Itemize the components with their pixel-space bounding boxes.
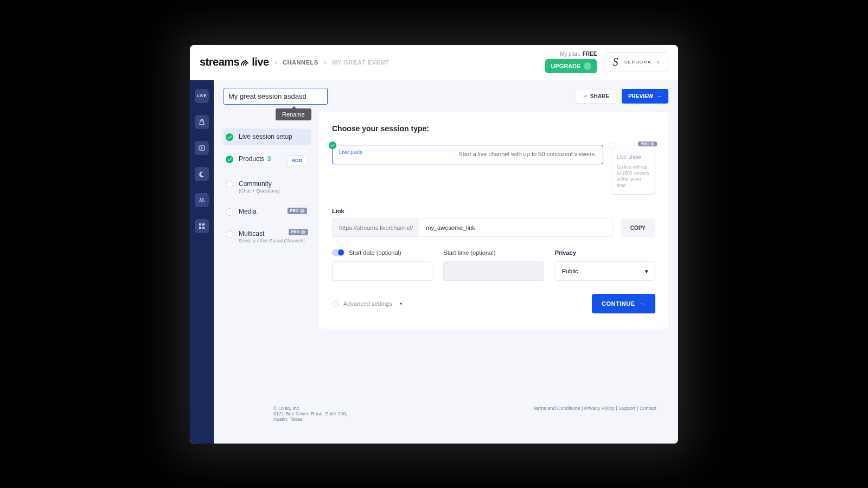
step-label: Products 3 — [239, 155, 271, 163]
logo[interactable]: streams live — [200, 56, 269, 68]
rail-live[interactable]: LIVE — [195, 89, 209, 103]
continue-button[interactable]: CONTINUE→ — [592, 294, 655, 313]
check-icon — [226, 156, 233, 163]
terms-link[interactable]: Terms and Conditions — [533, 406, 580, 411]
radio-empty-icon — [226, 181, 233, 188]
share-icon: ↗ — [583, 93, 587, 99]
rail-play-icon[interactable] — [195, 141, 209, 155]
left-rail: LIVE — [190, 80, 214, 444]
privacy-value: Public — [562, 268, 578, 274]
type-desc: Start a live channel with up to 50 concu… — [458, 150, 596, 158]
type-desc: Go live with up to 1500 viewers at the s… — [617, 164, 649, 188]
app-window: streams live › CHANNELS › MY GREAT EVENT… — [190, 45, 678, 444]
badge-dot-icon — [300, 209, 304, 213]
link-slug-input[interactable] — [419, 219, 612, 236]
chevron-down-icon: ▾ — [645, 268, 648, 275]
check-icon — [226, 133, 233, 141]
start-date-label: Start date (optional) — [349, 249, 401, 256]
share-button[interactable]: ↗SHARE — [576, 89, 616, 104]
step-products[interactable]: Products 3 ADD — [224, 151, 311, 170]
preview-button[interactable]: PREVIEW→ — [622, 89, 668, 104]
logo-arcs-icon — [241, 56, 251, 68]
gear-icon — [332, 300, 339, 307]
type-title: Live show — [617, 154, 649, 160]
rail-bag-icon[interactable] — [195, 115, 209, 129]
copy-button[interactable]: COPY — [621, 219, 655, 237]
step-label: Live session setup — [239, 133, 292, 140]
link-label: Link — [332, 208, 655, 214]
badge-dot-icon — [301, 230, 305, 234]
plan-label: My plan:FREE — [560, 51, 597, 57]
privacy-label: Privacy — [555, 249, 576, 256]
advanced-settings-toggle[interactable]: Advanced settings ▾ — [332, 300, 403, 307]
advanced-label: Advanced settings — [343, 300, 392, 307]
type-title: Live party — [339, 149, 362, 155]
chevron-right-icon: › — [275, 57, 277, 67]
breadcrumb-event: MY GREAT EVENT — [332, 59, 389, 66]
brand-selector[interactable]: S SEPHORA ▾ — [604, 52, 668, 72]
card-heading: Choose your session type: — [332, 124, 655, 133]
pro-badge: PRO — [288, 208, 307, 214]
support-link[interactable]: Support — [618, 406, 636, 411]
session-title-input[interactable] — [224, 88, 328, 105]
arrow-right-icon: → — [640, 300, 646, 307]
footer-links: Terms and Conditions | Privacy Policy | … — [533, 406, 656, 422]
link-prefix: https://streams.live/channel/ — [333, 219, 419, 236]
step-label: Community(Chat + Questions) — [239, 180, 280, 194]
svg-rect-3 — [199, 223, 201, 226]
start-date-toggle[interactable] — [332, 249, 344, 256]
svg-rect-6 — [202, 227, 205, 229]
radio-empty-icon — [226, 230, 233, 238]
radio-empty-icon — [226, 208, 233, 216]
step-community[interactable]: Community(Chat + Questions) — [224, 176, 311, 198]
selected-check-icon — [329, 142, 336, 149]
step-multicast[interactable]: MulticastSend to other Social Channels P… — [224, 226, 311, 248]
chevron-right-icon: › — [324, 57, 327, 67]
privacy-link[interactable]: Privacy Policy — [584, 406, 615, 411]
privacy-select[interactable]: Public ▾ — [555, 261, 655, 281]
start-time-label: Start time (optional) — [443, 249, 495, 256]
start-date-input[interactable] — [332, 261, 432, 281]
step-media[interactable]: Media PRO — [224, 203, 311, 220]
svg-rect-4 — [202, 223, 205, 226]
session-setup-card: Choose your session type: Live party Sta… — [319, 112, 668, 329]
radio-empty-icon — [608, 142, 615, 149]
breadcrumb-channels[interactable]: CHANNELS — [283, 59, 318, 66]
svg-point-1 — [200, 198, 202, 200]
rail-moon-icon[interactable] — [195, 167, 209, 181]
svg-point-2 — [202, 198, 204, 200]
footer-address: © Oveit, Inc. 8121 Bee Caves Road, Suite… — [273, 406, 347, 422]
upgrade-icon — [584, 62, 591, 70]
rename-tooltip: Rename — [276, 108, 311, 120]
rail-grid-icon[interactable] — [195, 219, 209, 233]
brand-logo-icon: S — [612, 56, 619, 68]
upgrade-button[interactable]: UPGRADE — [545, 59, 597, 73]
logo-text: streams — [200, 56, 239, 68]
step-session-setup[interactable]: Live session setup — [224, 129, 311, 145]
link-input-group: https://streams.live/channel/ — [332, 219, 613, 237]
arrow-right-icon: → — [656, 93, 662, 99]
footer: © Oveit, Inc. 8121 Bee Caves Road, Suite… — [214, 391, 678, 444]
session-type-live-party[interactable]: Live party Start a live channel with up … — [332, 145, 603, 164]
steps-sidebar: Live session setup Products 3 ADD Commun… — [224, 112, 311, 253]
start-time-input[interactable] — [443, 261, 544, 281]
chevron-down-icon: ▾ — [657, 60, 661, 65]
topbar: streams live › CHANNELS › MY GREAT EVENT… — [190, 45, 678, 80]
svg-rect-5 — [199, 227, 201, 229]
session-type-live-show[interactable]: PRO Live show Go live with up to 1500 vi… — [611, 145, 655, 195]
add-product-button[interactable]: ADD — [287, 155, 308, 166]
chevron-down-icon: ▾ — [400, 301, 403, 306]
pro-badge: PRO — [289, 229, 308, 235]
pro-badge: PRO — [638, 142, 657, 146]
brand-name: SEPHORA — [624, 60, 652, 65]
rail-people-icon[interactable] — [195, 193, 209, 207]
step-label: Media — [239, 208, 257, 215]
badge-dot-icon — [650, 142, 654, 146]
contact-link[interactable]: Contact — [640, 406, 656, 411]
logo-suffix: live — [252, 56, 269, 68]
